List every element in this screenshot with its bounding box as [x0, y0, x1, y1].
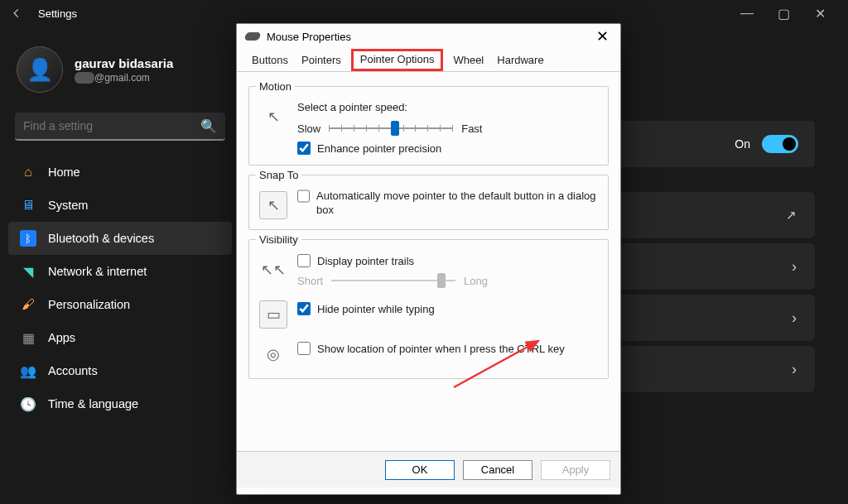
tab-buttons[interactable]: Buttons [248, 52, 292, 71]
ctrl-locate-checkbox[interactable]: Show location of pointer when I press th… [297, 342, 565, 355]
sidebar-item-label: System [48, 199, 88, 212]
brush-icon: 🖌 [20, 297, 36, 312]
ok-button[interactable]: OK [385, 460, 455, 480]
mouse-icon [244, 32, 262, 41]
search-icon: 🔍 [200, 118, 217, 134]
sidebar-item-system[interactable]: 🖥System [8, 189, 232, 222]
dialog-tabs: Buttons Pointers Pointer Options Wheel H… [237, 49, 620, 72]
snapto-icon: ↖ [259, 191, 287, 219]
back-button[interactable] [10, 7, 23, 20]
snapto-checkbox[interactable]: Automatically move pointer to the defaul… [297, 190, 598, 218]
system-icon: 🖥 [20, 198, 36, 213]
dialog-title: Mouse Properties [267, 31, 351, 43]
sidebar: 👤 gaurav bidasaria xxxx@gmail.com 🔍 ⌂Hom… [0, 26, 240, 504]
sidebar-item-label: Apps [48, 331, 75, 344]
user-email: xxxx@gmail.com [75, 72, 173, 84]
home-icon: ⌂ [20, 165, 36, 180]
tab-hardware[interactable]: Hardware [494, 52, 547, 71]
slider-max-label: Long [464, 275, 488, 287]
clock-icon: 🕓 [20, 396, 36, 412]
tab-pointers[interactable]: Pointers [298, 52, 344, 71]
chevron-right-icon: › [792, 361, 797, 378]
sidebar-item-accounts[interactable]: 👥Accounts [8, 354, 232, 387]
sidebar-item-network[interactable]: ◥Network & internet [8, 255, 232, 288]
search-input[interactable] [23, 119, 200, 132]
dialog-button-row: OK Cancel Apply [237, 451, 620, 487]
minimize-button[interactable]: — [729, 0, 765, 26]
cancel-button[interactable]: Cancel [463, 460, 532, 480]
pointer-trails-checkbox[interactable]: Display pointer trails [297, 254, 598, 267]
sidebar-item-label: Accounts [48, 364, 98, 377]
trails-slider [331, 272, 455, 289]
hide-pointer-checkbox[interactable]: Hide pointer while typing [297, 302, 435, 315]
slider-max-label: Fast [461, 122, 482, 135]
bluetooth-icon: ᛒ [20, 230, 36, 247]
pointer-speed-slider[interactable] [329, 120, 453, 137]
maximize-button[interactable]: ▢ [765, 0, 802, 26]
sidebar-item-home[interactable]: ⌂Home [8, 156, 232, 189]
hide-typing-icon: ▭ [259, 300, 287, 329]
sidebar-item-label: Bluetooth & devices [48, 232, 154, 245]
toggle-switch[interactable] [762, 135, 798, 153]
motion-group: Motion ↖ Select a pointer speed: Slow Fa… [248, 80, 609, 166]
sidebar-item-label: Network & internet [48, 265, 147, 278]
sidebar-item-label: Personalization [48, 298, 130, 311]
close-window-button[interactable]: ✕ [802, 0, 838, 26]
chevron-right-icon: › [792, 258, 797, 276]
avatar: 👤 [17, 46, 63, 93]
pointer-speed-label: Select a pointer speed: [297, 101, 598, 113]
sidebar-item-label: Home [48, 166, 80, 179]
sidebar-item-apps[interactable]: ▦Apps [8, 321, 232, 354]
visibility-legend: Visibility [256, 233, 301, 246]
trails-icon: ↖↖ [259, 256, 287, 284]
snapto-legend: Snap To [256, 169, 301, 181]
visibility-group: Visibility ↖↖ Display pointer trails Sho… [248, 233, 609, 379]
search-box[interactable]: 🔍 [15, 113, 225, 141]
toggle-state: On [735, 137, 750, 151]
close-icon[interactable]: ✕ [593, 27, 612, 46]
accounts-icon: 👥 [20, 363, 36, 379]
tab-wheel[interactable]: Wheel [450, 52, 487, 71]
motion-legend: Motion [256, 80, 295, 93]
open-external-icon: ↗ [786, 208, 797, 223]
sidebar-item-personalization[interactable]: 🖌Personalization [8, 288, 232, 321]
mouse-properties-dialog: Mouse Properties ✕ Buttons Pointers Poin… [236, 23, 621, 495]
sidebar-item-time[interactable]: 🕓Time & language [8, 387, 232, 420]
slider-min-label: Slow [297, 122, 320, 135]
user-name: gaurav bidasaria [75, 56, 173, 70]
ctrl-locate-icon: ◎ [259, 340, 287, 368]
enhance-precision-checkbox[interactable]: Enhance pointer precision [297, 142, 598, 155]
tab-pointer-options[interactable]: Pointer Options [351, 49, 444, 71]
dialog-titlebar[interactable]: Mouse Properties ✕ [237, 24, 620, 49]
snapto-group: Snap To ↖ Automatically move pointer to … [248, 169, 609, 230]
window-title: Settings [38, 7, 77, 20]
wifi-icon: ◥ [20, 264, 36, 280]
slider-min-label: Short [297, 275, 323, 287]
pointer-speed-icon: ↖ [259, 103, 287, 131]
sidebar-item-label: Time & language [48, 397, 138, 410]
profile[interactable]: 👤 gaurav bidasaria xxxx@gmail.com [8, 41, 232, 104]
apply-button[interactable]: Apply [541, 460, 610, 480]
chevron-right-icon: › [792, 310, 797, 327]
apps-icon: ▦ [20, 330, 36, 346]
sidebar-item-bluetooth[interactable]: ᛒBluetooth & devices [8, 222, 232, 255]
